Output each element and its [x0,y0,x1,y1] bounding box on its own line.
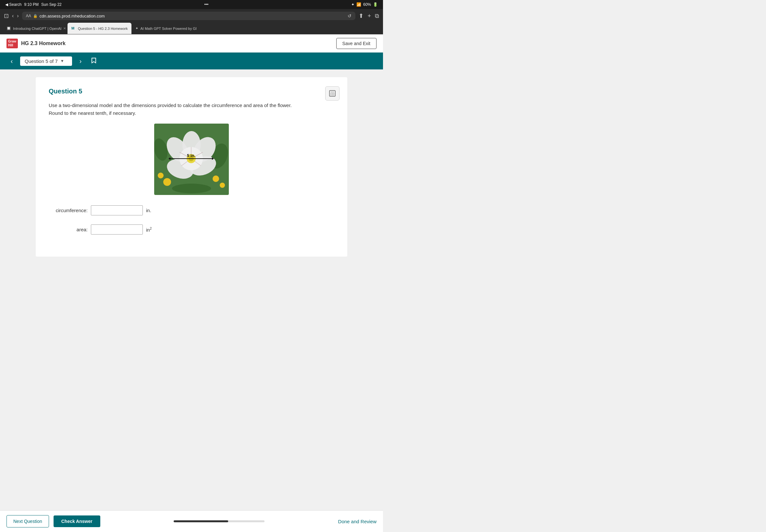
flower-image-container: 5 in. [49,124,334,195]
circumference-unit: in. [146,208,151,213]
forward-button[interactable]: › [17,13,18,19]
area-row: area: in2 [49,224,334,235]
battery-icon: 🔋 [373,2,378,7]
tab-question5-label: Question 5 - HG 2.3 Homework [78,27,128,30]
mheducation-favicon: M [71,26,76,31]
area-input[interactable] [91,224,143,235]
tab-chatgpt-close[interactable]: ✕ [63,27,66,30]
svg-rect-7 [333,95,334,95]
address-bar[interactable]: AA 🔒 cdn.assess.prod.mheducation.com ↺ [22,12,356,20]
svg-rect-4 [333,93,334,94]
back-button[interactable]: ‹ [12,13,14,19]
app-title: HG 2.3 Homework [21,41,66,46]
status-bar: ◀ Search 9:10 PM Sun Sep 22 ••• ✦ 📶 60% … [0,0,383,9]
svg-point-13 [172,184,211,193]
app-header: Graw Hill HG 2.3 Homework Save and Exit [0,34,383,53]
svg-rect-3 [332,93,333,94]
question-selector-text: Question 5 of 7 [25,58,58,64]
question-selector[interactable]: Question 5 of 7 ▼ [20,56,72,66]
question-title: Question 5 [49,88,334,95]
tab-chatgpt[interactable]: 🔲 Introducing ChatGPT | OpenAI ✕ [3,23,67,34]
url-text: cdn.assess.prod.mheducation.com [40,14,105,18]
airdrop-icon: ✦ [351,2,354,7]
circumference-label: circumference: [49,208,88,213]
reload-button[interactable]: ↺ [347,13,351,18]
tab-question5[interactable]: M Question 5 - HG 2.3 Homework [67,23,131,34]
bookmark-button[interactable] [90,57,97,66]
save-exit-button[interactable]: Save and Exit [336,38,376,49]
tab-aimath-label: AI Math GPT Solver Powered by GPT-4o Fre… [140,27,196,30]
svg-rect-2 [330,93,331,94]
svg-point-12 [158,173,164,178]
battery-level: 60% [363,2,371,7]
wifi-icon: 📶 [356,2,361,7]
status-time: 9:10 PM [24,2,39,7]
status-dots: ••• [204,2,209,7]
prev-question-button[interactable]: ‹ [6,56,17,66]
chatgpt-favicon: 🔲 [6,26,11,31]
svg-point-11 [220,183,225,188]
new-tab-icon[interactable]: + [367,13,371,19]
area-unit: in2 [146,227,152,233]
svg-point-10 [213,175,219,182]
tab-aimath[interactable]: ✦ AI Math GPT Solver Powered by GPT-4o F… [131,23,196,34]
tabs-icon[interactable]: ⧉ [375,13,379,19]
share-icon[interactable]: ⬆ [359,12,363,19]
question-instruction: Use a two-dimensional model and the dime… [49,102,334,117]
svg-rect-6 [332,95,333,95]
chevron-down-icon: ▼ [60,59,64,63]
next-question-button[interactable]: › [75,56,86,66]
svg-point-9 [163,178,171,186]
calculator-button[interactable] [325,86,339,101]
status-date: Sun Sep 22 [41,2,62,7]
circumference-row: circumference: in. [49,205,334,215]
app-logo: Graw Hill HG 2.3 Homework [6,39,66,48]
browser-chrome: ⊡ ‹ › AA 🔒 cdn.assess.prod.mheducation.c… [0,9,383,23]
svg-rect-5 [330,95,331,95]
font-size-control[interactable]: AA [26,14,31,18]
tab-chatgpt-label: Introducing ChatGPT | OpenAI [13,27,61,30]
content-area: Question 5 Use a two-dimensional model a… [0,69,383,335]
back-search[interactable]: ◀ Search [5,2,21,7]
aimath-favicon: ✦ [135,26,138,31]
question-card: Question 5 Use a two-dimensional model a… [36,77,347,257]
logo-badge: Graw Hill [6,39,18,48]
tabs-bar: 🔲 Introducing ChatGPT | OpenAI ✕ M Quest… [0,23,383,34]
flower-image: 5 in. [154,124,229,195]
circumference-input[interactable] [91,205,143,215]
svg-text:5 in.: 5 in. [187,153,195,158]
lock-icon: 🔒 [33,14,38,18]
sidebar-toggle-icon[interactable]: ⊡ [4,12,9,19]
question-nav-bar: ‹ Question 5 of 7 ▼ › [0,53,383,69]
area-label: area: [49,227,88,232]
svg-rect-1 [330,91,334,93]
